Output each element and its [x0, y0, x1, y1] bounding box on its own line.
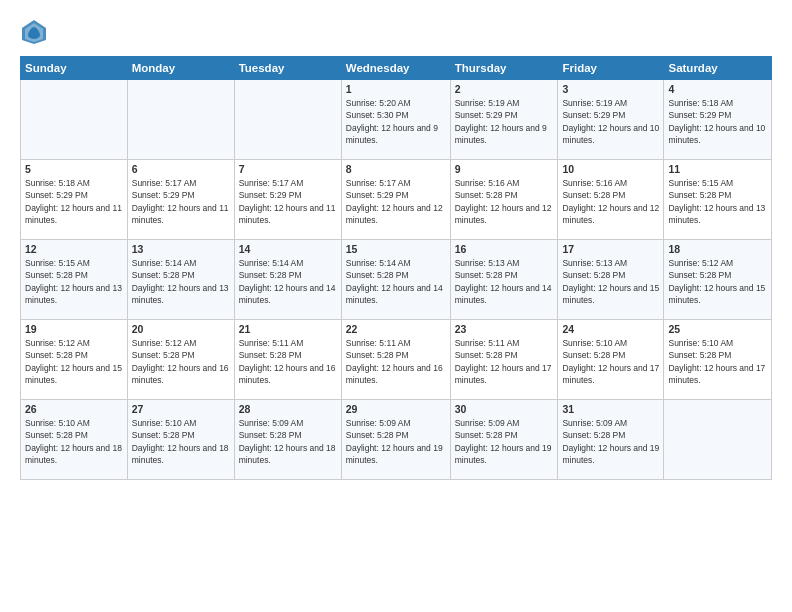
calendar-cell: 6Sunrise: 5:17 AMSunset: 5:29 PMDaylight… — [127, 160, 234, 240]
cell-details: Sunrise: 5:19 AMSunset: 5:29 PMDaylight:… — [455, 97, 554, 146]
calendar-cell: 14Sunrise: 5:14 AMSunset: 5:28 PMDayligh… — [234, 240, 341, 320]
cell-details: Sunrise: 5:15 AMSunset: 5:28 PMDaylight:… — [25, 257, 123, 306]
calendar-header: SundayMondayTuesdayWednesdayThursdayFrid… — [21, 57, 772, 80]
day-number: 6 — [132, 163, 230, 175]
calendar-cell: 20Sunrise: 5:12 AMSunset: 5:28 PMDayligh… — [127, 320, 234, 400]
day-number: 14 — [239, 243, 337, 255]
calendar-cell: 31Sunrise: 5:09 AMSunset: 5:28 PMDayligh… — [558, 400, 664, 480]
calendar-cell: 11Sunrise: 5:15 AMSunset: 5:28 PMDayligh… — [664, 160, 772, 240]
day-number: 31 — [562, 403, 659, 415]
day-number: 20 — [132, 323, 230, 335]
day-number: 29 — [346, 403, 446, 415]
calendar-cell: 22Sunrise: 5:11 AMSunset: 5:28 PMDayligh… — [341, 320, 450, 400]
calendar-cell: 13Sunrise: 5:14 AMSunset: 5:28 PMDayligh… — [127, 240, 234, 320]
day-number: 23 — [455, 323, 554, 335]
day-number: 25 — [668, 323, 767, 335]
cell-details: Sunrise: 5:14 AMSunset: 5:28 PMDaylight:… — [132, 257, 230, 306]
weekday-header-tuesday: Tuesday — [234, 57, 341, 80]
calendar-cell: 19Sunrise: 5:12 AMSunset: 5:28 PMDayligh… — [21, 320, 128, 400]
day-number: 16 — [455, 243, 554, 255]
day-number: 11 — [668, 163, 767, 175]
calendar-row-3: 19Sunrise: 5:12 AMSunset: 5:28 PMDayligh… — [21, 320, 772, 400]
weekday-header-wednesday: Wednesday — [341, 57, 450, 80]
cell-details: Sunrise: 5:10 AMSunset: 5:28 PMDaylight:… — [132, 417, 230, 466]
calendar-row-1: 5Sunrise: 5:18 AMSunset: 5:29 PMDaylight… — [21, 160, 772, 240]
day-number: 15 — [346, 243, 446, 255]
day-number: 26 — [25, 403, 123, 415]
day-number: 10 — [562, 163, 659, 175]
day-number: 5 — [25, 163, 123, 175]
weekday-header-friday: Friday — [558, 57, 664, 80]
calendar-row-2: 12Sunrise: 5:15 AMSunset: 5:28 PMDayligh… — [21, 240, 772, 320]
day-number: 8 — [346, 163, 446, 175]
weekday-header-monday: Monday — [127, 57, 234, 80]
day-number: 19 — [25, 323, 123, 335]
calendar-cell — [127, 80, 234, 160]
day-number: 4 — [668, 83, 767, 95]
cell-details: Sunrise: 5:17 AMSunset: 5:29 PMDaylight:… — [132, 177, 230, 226]
calendar-cell: 28Sunrise: 5:09 AMSunset: 5:28 PMDayligh… — [234, 400, 341, 480]
cell-details: Sunrise: 5:19 AMSunset: 5:29 PMDaylight:… — [562, 97, 659, 146]
day-number: 21 — [239, 323, 337, 335]
day-number: 1 — [346, 83, 446, 95]
calendar-cell: 10Sunrise: 5:16 AMSunset: 5:28 PMDayligh… — [558, 160, 664, 240]
calendar-cell: 12Sunrise: 5:15 AMSunset: 5:28 PMDayligh… — [21, 240, 128, 320]
cell-details: Sunrise: 5:20 AMSunset: 5:30 PMDaylight:… — [346, 97, 446, 146]
cell-details: Sunrise: 5:11 AMSunset: 5:28 PMDaylight:… — [455, 337, 554, 386]
calendar-cell: 4Sunrise: 5:18 AMSunset: 5:29 PMDaylight… — [664, 80, 772, 160]
calendar-cell: 29Sunrise: 5:09 AMSunset: 5:28 PMDayligh… — [341, 400, 450, 480]
cell-details: Sunrise: 5:13 AMSunset: 5:28 PMDaylight:… — [455, 257, 554, 306]
day-number: 12 — [25, 243, 123, 255]
weekday-header-thursday: Thursday — [450, 57, 558, 80]
cell-details: Sunrise: 5:18 AMSunset: 5:29 PMDaylight:… — [25, 177, 123, 226]
cell-details: Sunrise: 5:10 AMSunset: 5:28 PMDaylight:… — [668, 337, 767, 386]
calendar-cell — [234, 80, 341, 160]
day-number: 27 — [132, 403, 230, 415]
calendar-cell: 17Sunrise: 5:13 AMSunset: 5:28 PMDayligh… — [558, 240, 664, 320]
day-number: 2 — [455, 83, 554, 95]
calendar-row-0: 1Sunrise: 5:20 AMSunset: 5:30 PMDaylight… — [21, 80, 772, 160]
cell-details: Sunrise: 5:13 AMSunset: 5:28 PMDaylight:… — [562, 257, 659, 306]
cell-details: Sunrise: 5:17 AMSunset: 5:29 PMDaylight:… — [346, 177, 446, 226]
day-number: 7 — [239, 163, 337, 175]
cell-details: Sunrise: 5:09 AMSunset: 5:28 PMDaylight:… — [239, 417, 337, 466]
calendar-cell: 30Sunrise: 5:09 AMSunset: 5:28 PMDayligh… — [450, 400, 558, 480]
day-number: 22 — [346, 323, 446, 335]
day-number: 28 — [239, 403, 337, 415]
calendar-cell: 16Sunrise: 5:13 AMSunset: 5:28 PMDayligh… — [450, 240, 558, 320]
calendar-cell: 7Sunrise: 5:17 AMSunset: 5:29 PMDaylight… — [234, 160, 341, 240]
cell-details: Sunrise: 5:12 AMSunset: 5:28 PMDaylight:… — [668, 257, 767, 306]
day-number: 18 — [668, 243, 767, 255]
weekday-header-saturday: Saturday — [664, 57, 772, 80]
cell-details: Sunrise: 5:09 AMSunset: 5:28 PMDaylight:… — [455, 417, 554, 466]
calendar-cell: 9Sunrise: 5:16 AMSunset: 5:28 PMDaylight… — [450, 160, 558, 240]
calendar-cell: 5Sunrise: 5:18 AMSunset: 5:29 PMDaylight… — [21, 160, 128, 240]
calendar-cell: 18Sunrise: 5:12 AMSunset: 5:28 PMDayligh… — [664, 240, 772, 320]
logo-icon — [20, 18, 48, 46]
cell-details: Sunrise: 5:16 AMSunset: 5:28 PMDaylight:… — [455, 177, 554, 226]
cell-details: Sunrise: 5:17 AMSunset: 5:29 PMDaylight:… — [239, 177, 337, 226]
cell-details: Sunrise: 5:09 AMSunset: 5:28 PMDaylight:… — [346, 417, 446, 466]
weekday-header-row: SundayMondayTuesdayWednesdayThursdayFrid… — [21, 57, 772, 80]
calendar-cell: 26Sunrise: 5:10 AMSunset: 5:28 PMDayligh… — [21, 400, 128, 480]
cell-details: Sunrise: 5:09 AMSunset: 5:28 PMDaylight:… — [562, 417, 659, 466]
calendar-cell: 8Sunrise: 5:17 AMSunset: 5:29 PMDaylight… — [341, 160, 450, 240]
calendar: SundayMondayTuesdayWednesdayThursdayFrid… — [20, 56, 772, 480]
day-number: 9 — [455, 163, 554, 175]
day-number: 13 — [132, 243, 230, 255]
calendar-cell: 27Sunrise: 5:10 AMSunset: 5:28 PMDayligh… — [127, 400, 234, 480]
cell-details: Sunrise: 5:18 AMSunset: 5:29 PMDaylight:… — [668, 97, 767, 146]
header — [20, 18, 772, 46]
calendar-cell: 3Sunrise: 5:19 AMSunset: 5:29 PMDaylight… — [558, 80, 664, 160]
day-number: 30 — [455, 403, 554, 415]
cell-details: Sunrise: 5:16 AMSunset: 5:28 PMDaylight:… — [562, 177, 659, 226]
cell-details: Sunrise: 5:14 AMSunset: 5:28 PMDaylight:… — [239, 257, 337, 306]
calendar-cell: 25Sunrise: 5:10 AMSunset: 5:28 PMDayligh… — [664, 320, 772, 400]
calendar-cell — [21, 80, 128, 160]
day-number: 24 — [562, 323, 659, 335]
calendar-row-4: 26Sunrise: 5:10 AMSunset: 5:28 PMDayligh… — [21, 400, 772, 480]
calendar-cell: 1Sunrise: 5:20 AMSunset: 5:30 PMDaylight… — [341, 80, 450, 160]
day-number: 17 — [562, 243, 659, 255]
cell-details: Sunrise: 5:12 AMSunset: 5:28 PMDaylight:… — [25, 337, 123, 386]
cell-details: Sunrise: 5:11 AMSunset: 5:28 PMDaylight:… — [239, 337, 337, 386]
